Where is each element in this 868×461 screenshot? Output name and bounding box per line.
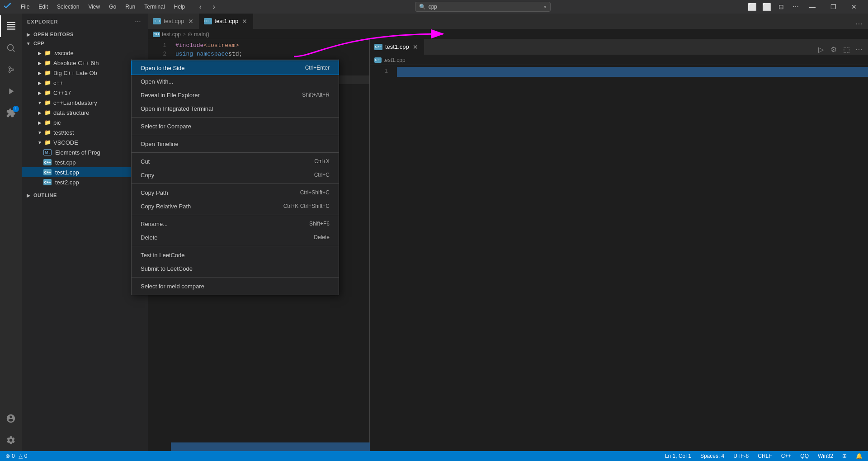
tree-item-testtest[interactable]: ▼ 📁 test\test	[22, 127, 148, 137]
right-tab-test1cpp[interactable]: C++ test1.cpp ✕	[370, 39, 424, 55]
ctx-copy-path[interactable]: Copy Path Ctrl+Shift+C	[148, 186, 339, 199]
sidebar-header: EXPLORER ···	[22, 14, 148, 30]
ctx-cut-shortcut: Ctrl+X	[314, 158, 330, 165]
menu-go[interactable]: Go	[104, 3, 121, 11]
tree-item-test1cpp[interactable]: ▶ C++ test1.cpp	[22, 167, 148, 177]
statusbar-bell-icon[interactable]: 🔔	[854, 453, 864, 459]
menu-view[interactable]: View	[84, 3, 104, 11]
tree-item-vscode[interactable]: ▶ 📁 .vscode	[22, 48, 148, 58]
tab-testcpp[interactable]: C++ test.cpp ✕	[148, 14, 199, 29]
statusbar-line-ending[interactable]: CRLF	[756, 453, 774, 459]
outline-section[interactable]: ▶ OUTLINE	[22, 191, 148, 200]
close-button[interactable]: ✕	[844, 0, 864, 14]
maximize-button[interactable]: ❐	[823, 0, 844, 14]
nav-forward-button[interactable]: ›	[208, 1, 219, 12]
tree-item-absolute[interactable]: ▶ 📁 Absolute C++ 6th	[22, 58, 148, 68]
folder-icon-pic: 📁	[43, 118, 52, 127]
tab-test1cpp[interactable]: C++ test1.cpp ✕	[199, 14, 254, 29]
tree-item-pic[interactable]: ▶ 📁 pic	[22, 118, 148, 127]
activity-search[interactable]	[0, 37, 22, 59]
statusbar-spaces[interactable]: Spaces: 4	[698, 453, 726, 459]
activity-extensions[interactable]: 1	[0, 102, 22, 124]
ctx-cut[interactable]: Cut Ctrl+X	[148, 155, 339, 168]
tab-test1cpp-close[interactable]: ✕	[241, 18, 248, 25]
extensions-badge: 1	[13, 106, 19, 112]
tree-item-lambda[interactable]: ▼ 📁 c++Lambdastory	[22, 98, 148, 108]
activity-settings[interactable]	[0, 429, 22, 451]
right-split-button[interactable]: ⬚	[841, 44, 852, 55]
tree-item-vscodefolderr[interactable]: ▼ 📁 VSCODE	[22, 137, 148, 147]
ctx-open-side[interactable]: Open to the Side Ctrl+Enter	[148, 61, 339, 75]
ctx-meld-compare[interactable]: Select for meld compare	[148, 279, 339, 293]
tree-item-cxx[interactable]: ▶ 📁 c++	[22, 78, 148, 88]
more-button[interactable]: ⋯	[789, 0, 802, 13]
ctx-reveal-explorer[interactable]: Reveal in File Explorer Shift+Alt+R	[148, 88, 339, 102]
activity-run[interactable]	[0, 80, 22, 102]
statusbar-remote-icon[interactable]: ⊞	[840, 453, 849, 459]
ctx-open-with[interactable]: Open With...	[148, 75, 339, 88]
split-button[interactable]: ⊟	[775, 0, 788, 13]
right-run-button[interactable]: ▷	[816, 44, 826, 55]
menu-edit[interactable]: Edit	[34, 3, 52, 11]
activity-remote[interactable]	[0, 408, 22, 429]
main-area: 1 EXPLORER ··· ▶ OPEN EDITORS ▼ CPP	[0, 14, 868, 451]
ctx-delete[interactable]: Delete Delete	[148, 230, 339, 244]
tree-item-bigcpp[interactable]: ▶ 📁 Big C++ Late Ob	[22, 68, 148, 78]
ctx-test-leetcode[interactable]: Test in LeetCode	[148, 248, 339, 262]
tree-label-vscode: .vscode	[53, 50, 74, 56]
right-tab-label: test1.cpp	[385, 43, 409, 50]
sidebar-more-button[interactable]: ···	[133, 17, 142, 26]
ctx-select-compare[interactable]: Select for Compare	[148, 119, 339, 133]
layout-button[interactable]: ⬜	[746, 0, 759, 13]
statusbar-platform[interactable]: Win32	[816, 453, 835, 459]
vscode-arrow: ▶	[36, 49, 43, 56]
activity-bar: 1	[0, 14, 22, 451]
ctx-delete-label: Delete	[148, 234, 314, 241]
ctx-open-timeline[interactable]: Open Timeline	[148, 137, 339, 151]
activity-source-control[interactable]	[0, 59, 22, 80]
tree-item-data[interactable]: ▶ 📁 data structure	[22, 108, 148, 118]
tree-item-cxx17[interactable]: ▶ 📁 C++17	[22, 88, 148, 98]
statusbar-position[interactable]: Ln 1, Col 1	[663, 453, 693, 459]
ctx-reveal-explorer-shortcut: Shift+Alt+R	[302, 92, 330, 98]
cpp-section[interactable]: ▼ CPP	[22, 39, 148, 48]
ctx-copy-path-shortcut: Ctrl+Shift+C	[300, 189, 330, 196]
right-gear-button[interactable]: ⚙	[828, 44, 839, 55]
menu-selection[interactable]: Selection	[52, 3, 84, 11]
ctx-copy[interactable]: Copy Ctrl+C	[148, 168, 339, 182]
menu-help[interactable]: Help	[170, 3, 190, 11]
tree-item-testcpp[interactable]: ▶ C++ test.cpp	[22, 157, 148, 167]
tree-item-test2cpp[interactable]: ▶ C++ test2.cpp	[22, 177, 148, 187]
statusbar-language[interactable]: C++	[779, 453, 793, 459]
ctx-delete-shortcut: Delete	[314, 234, 330, 240]
vscodefolder-arrow: ▼	[36, 139, 43, 146]
open-editors-section[interactable]: ▶ OPEN EDITORS	[22, 30, 148, 39]
panel-button[interactable]: ⬜	[760, 0, 773, 13]
tab-test1cpp-label: test1.cpp	[215, 18, 239, 24]
right-tab-close[interactable]: ✕	[412, 43, 419, 51]
cxx-arrow: ▶	[36, 79, 43, 86]
menu-terminal[interactable]: Terminal	[140, 3, 169, 11]
ctx-copy-rel-path[interactable]: Copy Relative Path Ctrl+K Ctrl+Shift+C	[148, 199, 339, 213]
nav-back-button[interactable]: ‹	[195, 1, 206, 12]
menu-file[interactable]: File	[16, 3, 34, 11]
tab-testcpp-close[interactable]: ✕	[187, 18, 194, 25]
ctx-sep-4	[148, 183, 339, 184]
activity-explorer[interactable]	[0, 15, 22, 37]
ctx-open-terminal[interactable]: Open in Integrated Terminal	[148, 102, 339, 115]
tree-item-elements[interactable]: ▶ M↓ Elements of Prog	[22, 147, 148, 157]
bigcpp-arrow: ▶	[36, 69, 43, 76]
statusbar-errors[interactable]: ⊗ 0 △ 0	[4, 453, 29, 459]
ctx-rename[interactable]: Rename... Shift+F6	[148, 217, 339, 230]
statusbar-encoding[interactable]: UTF-8	[731, 453, 750, 459]
minimize-button[interactable]: —	[802, 0, 823, 14]
statusbar-qq[interactable]: QQ	[798, 453, 811, 459]
svg-point-0	[8, 45, 14, 51]
search-box[interactable]: 🔍 cpp ▾	[415, 2, 551, 12]
ctx-submit-leetcode[interactable]: Submit to LeetCode	[148, 262, 339, 275]
ctx-sep-5	[148, 215, 339, 215]
split-editor-button[interactable]: ⋯	[854, 18, 864, 29]
menu-run[interactable]: Run	[121, 3, 140, 11]
ctx-select-compare-label: Select for Compare	[148, 123, 330, 130]
right-more-button[interactable]: ⋯	[854, 44, 864, 55]
